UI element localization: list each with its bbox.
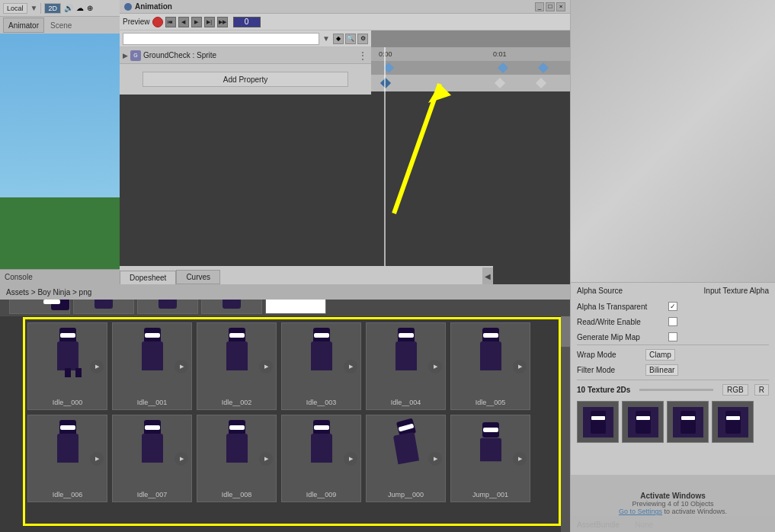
- dopesheet-tab[interactable]: Dopesheet: [120, 271, 176, 284]
- activate-link-suffix: to activate Windows.: [665, 508, 728, 515]
- preview-label: Preview: [123, 18, 150, 26]
- local-btn[interactable]: Local: [3, 3, 27, 14]
- collapse-arrow[interactable]: ◀: [482, 268, 493, 284]
- play-icon[interactable]: ▶: [90, 452, 104, 466]
- alpha-transparent-row: Alpha Is Transparent: [571, 299, 775, 314]
- rgb-btn[interactable]: RGB: [722, 384, 748, 396]
- asset-name-idle-005: Idle__005: [454, 399, 527, 406]
- asset-panel: ▶ Idle__000 ▶ Idle__001 ▶ Idle__002: [0, 284, 570, 532]
- texture-thumb-1[interactable]: [577, 401, 619, 443]
- list-item[interactable]: ▶ Idle__000: [27, 322, 107, 410]
- generate-mip-checkbox[interactable]: [668, 332, 677, 341]
- keyframe-track-4: [536, 78, 546, 88]
- add-event-btn[interactable]: 🔍: [345, 34, 356, 44]
- texture-thumb-3[interactable]: [667, 401, 709, 443]
- asset-name-idle-007: Idle__007: [116, 491, 188, 498]
- sprite-idle-004: [381, 326, 431, 383]
- close-btn[interactable]: ×: [556, 2, 565, 11]
- filter-mode-row: Filter Mode Bilinear: [571, 362, 775, 377]
- play-icon[interactable]: ▶: [259, 452, 273, 466]
- track-options[interactable]: ⋮: [357, 50, 368, 62]
- play-icon[interactable]: ▶: [428, 360, 442, 373]
- add-keyframe-btn[interactable]: ◆: [333, 34, 344, 44]
- transport-start[interactable]: ⏮: [165, 17, 176, 27]
- list-item[interactable]: ▶ Idle__006: [27, 415, 107, 502]
- filter-mode-value[interactable]: Bilinear: [645, 364, 678, 376]
- wrap-mode-value[interactable]: Clamp: [645, 349, 675, 361]
- transport-next[interactable]: ▶|: [204, 17, 215, 27]
- game-sky: [0, 34, 120, 197]
- scrollbar-thumb[interactable]: [561, 316, 570, 347]
- read-write-label: Read/Write Enable: [577, 318, 668, 326]
- activate-link[interactable]: Go to Settings: [619, 508, 662, 515]
- keyframe-blue-4: [538, 62, 549, 73]
- animation-titlebar: Animation _ □ ×: [120, 0, 570, 14]
- track-type-icon: G: [130, 50, 141, 61]
- 2d-btn[interactable]: 2D: [44, 3, 61, 14]
- list-item[interactable]: ▶ Jump__001: [450, 415, 530, 502]
- record-button[interactable]: [152, 17, 163, 27]
- list-item[interactable]: ▶ Jump__000: [366, 415, 446, 502]
- divider-2: [577, 380, 769, 380]
- sprite-idle-000: [43, 326, 92, 383]
- play-icon[interactable]: ▶: [175, 452, 188, 466]
- asset-name-idle-008: Idle__008: [200, 491, 273, 498]
- list-item[interactable]: ▶ Idle__008: [197, 415, 277, 502]
- alpha-source-row: Alpha Source Input Texture Alpha: [571, 282, 775, 299]
- play-icon[interactable]: ▶: [344, 452, 357, 466]
- play-icon[interactable]: ▶: [90, 360, 104, 373]
- breadcrumb-text: Assets > Boy Ninja > png: [6, 288, 91, 296]
- play-icon[interactable]: ▶: [344, 360, 357, 373]
- transport-play[interactable]: ▶: [191, 17, 202, 27]
- add-property-btn[interactable]: Add Property: [143, 72, 348, 87]
- breadcrumb: Assets > Boy Ninja > png: [0, 284, 570, 300]
- scene-tab[interactable]: Scene: [50, 21, 72, 30]
- minimize-btn[interactable]: _: [535, 2, 544, 11]
- timeline-header: [371, 30, 570, 47]
- settings-btn[interactable]: ⚙: [357, 34, 368, 44]
- dopesheet-tabs: Dopesheet Curves ◀: [120, 266, 493, 284]
- read-write-checkbox[interactable]: [668, 317, 677, 326]
- play-icon[interactable]: ▶: [513, 360, 527, 373]
- keyframe-row-track: [371, 75, 570, 91]
- play-icon[interactable]: ▶: [513, 452, 527, 466]
- list-item[interactable]: ▶ Idle__001: [112, 322, 192, 410]
- generate-mip-row: Generate Mip Map: [571, 329, 775, 345]
- list-item[interactable]: ▶ Idle__009: [281, 415, 361, 502]
- asset-grid-first-row: ▶ Idle__000 ▶ Idle__001 ▶ Idle__002: [0, 316, 570, 413]
- animator-tab[interactable]: Animator: [3, 18, 44, 33]
- time-input[interactable]: 0: [233, 17, 261, 27]
- alpha-transparent-label: Alpha Is Transparent: [577, 303, 668, 311]
- sprite-jump-001: [466, 418, 515, 476]
- alpha-transparent-checkbox[interactable]: [668, 302, 677, 311]
- asset-name-idle-001: Idle__001: [116, 399, 188, 406]
- list-item[interactable]: ▶ Idle__003: [281, 322, 361, 410]
- play-icon[interactable]: ▶: [428, 452, 442, 466]
- transport-prev[interactable]: ◀: [178, 17, 189, 27]
- list-item[interactable]: ▶ Idle__007: [112, 415, 192, 502]
- list-item[interactable]: ▶ Idle__002: [197, 322, 277, 410]
- preview-toolbar: Preview ⏮ ◀ ▶ ▶| ▶▶ 0: [120, 14, 570, 30]
- play-icon[interactable]: ▶: [175, 360, 188, 373]
- game-trees: [0, 197, 120, 272]
- right-panel: Alpha Source Input Texture Alpha Alpha I…: [570, 0, 775, 532]
- texture-thumb-2[interactable]: [622, 401, 664, 443]
- texture-preview-row: [571, 398, 775, 446]
- sprite-idle-002: [212, 326, 261, 383]
- toolbar-left: Local ▼ 2D 🔊 ☁ ⊕ Animator Scene: [0, 0, 120, 34]
- animation-name-input[interactable]: New Animation: [123, 33, 319, 45]
- vertical-scrollbar[interactable]: [561, 316, 570, 532]
- list-item[interactable]: ▶ Idle__005: [450, 322, 530, 410]
- list-item[interactable]: ▶ Idle__004: [366, 322, 446, 410]
- track-expand-icon[interactable]: ▶: [123, 52, 128, 59]
- sprite-jump-000: [381, 418, 431, 476]
- transport-end[interactable]: ▶▶: [217, 17, 228, 27]
- maximize-btn[interactable]: □: [546, 2, 555, 11]
- play-icon[interactable]: ▶: [259, 360, 273, 373]
- curves-tab[interactable]: Curves: [176, 270, 220, 284]
- texture-thumb-4[interactable]: [712, 401, 754, 443]
- sprite-idle-006: [43, 418, 92, 476]
- r-btn[interactable]: R: [754, 384, 769, 396]
- dropdown-arrow[interactable]: ▼: [322, 34, 330, 43]
- sprite-idle-001: [127, 326, 177, 383]
